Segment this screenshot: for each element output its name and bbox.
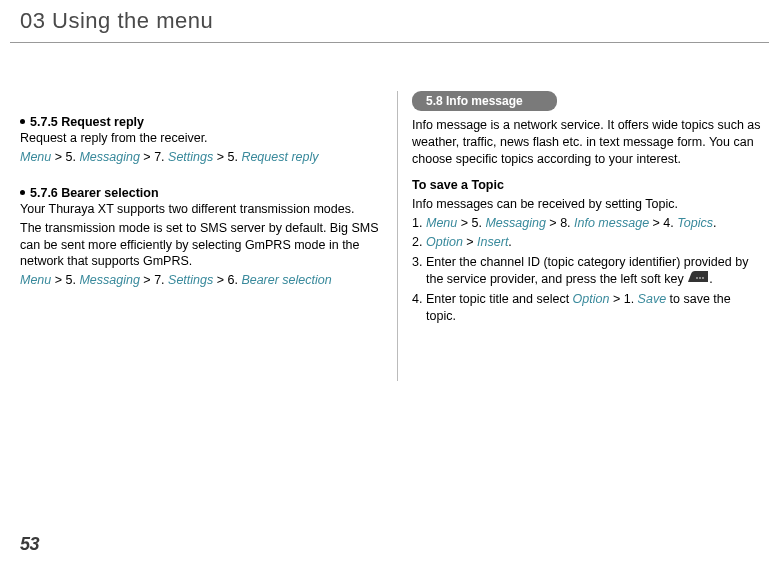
topic-heading-save: To save a Topic (412, 178, 764, 192)
step-number: 1. (412, 215, 422, 232)
bullet-icon (20, 119, 25, 124)
path-messaging: Messaging (79, 273, 139, 287)
path-request-reply: Request reply (241, 150, 318, 164)
body-text: Your Thuraya XT supports two different t… (20, 201, 385, 218)
path-messaging: Messaging (79, 150, 139, 164)
svg-point-2 (702, 278, 704, 280)
path-insert: Insert (477, 235, 508, 249)
path-sep: > 7. (140, 150, 168, 164)
path-sep: > 5. (457, 216, 485, 230)
step-text: Enter topic title and select (426, 292, 573, 306)
path-sep: > 5. (51, 150, 79, 164)
step-number: 2. (412, 234, 422, 251)
step-tail: . (713, 216, 716, 230)
path-save: Save (638, 292, 667, 306)
subheading-bearer-selection: 5.7.6 Bearer selection (20, 186, 385, 200)
subheading-text: 5.7.6 Bearer selection (30, 186, 159, 200)
path-sep: > 8. (546, 216, 574, 230)
path-sep: > 1. (609, 292, 637, 306)
subheading-request-reply: 5.7.5 Request reply (20, 115, 385, 129)
left-soft-key-icon (688, 270, 708, 287)
step-tail: . (709, 272, 712, 286)
right-column: 5.8 Info message Info message is a netwo… (412, 91, 764, 328)
svg-point-1 (699, 278, 701, 280)
step-1: 1. Menu > 5. Messaging > 8. Info message… (412, 215, 764, 232)
bullet-icon (20, 190, 25, 195)
breadcrumb-path: Menu > 5. Messaging > 7. Settings > 6. B… (20, 272, 385, 289)
step-number: 4. (412, 291, 422, 308)
path-settings: Settings (168, 273, 213, 287)
subheading-text: 5.7.5 Request reply (30, 115, 144, 129)
section-pill-label: 5.8 Info message (412, 91, 557, 111)
path-sep: > 5. (51, 273, 79, 287)
step-3: 3. Enter the channel ID (topic category … (412, 254, 764, 288)
path-menu: Menu (426, 216, 457, 230)
path-option: Option (573, 292, 610, 306)
breadcrumb-path: Menu > 5. Messaging > 7. Settings > 5. R… (20, 149, 385, 166)
step-number: 3. (412, 254, 422, 271)
section-pill-5-8: 5.8 Info message (412, 91, 764, 117)
body-text: The transmission mode is set to SMS serv… (20, 220, 385, 271)
path-messaging: Messaging (485, 216, 545, 230)
path-sep: > 7. (140, 273, 168, 287)
steps-list: 1. Menu > 5. Messaging > 8. Info message… (412, 215, 764, 326)
step-2: 2. Option > Insert. (412, 234, 764, 251)
intro-text: Info message is a network service. It of… (412, 117, 764, 168)
page-number: 53 (20, 534, 39, 555)
path-bearer-selection: Bearer selection (241, 273, 331, 287)
path-info-message: Info message (574, 216, 649, 230)
path-settings: Settings (168, 150, 213, 164)
chapter-title: 03 Using the menu (0, 0, 779, 40)
path-option: Option (426, 235, 463, 249)
path-menu: Menu (20, 273, 51, 287)
section-5-7-5: 5.7.5 Request reply Request a reply from… (20, 115, 385, 166)
path-sep: > 5. (213, 150, 241, 164)
path-sep: > (463, 235, 477, 249)
step-tail: . (508, 235, 511, 249)
body-text: Request a reply from the receiver. (20, 130, 385, 147)
step-4: 4. Enter topic title and select Option >… (412, 291, 764, 325)
left-column: 5.7.5 Request reply Request a reply from… (20, 115, 385, 309)
path-sep: > 4. (649, 216, 677, 230)
svg-point-0 (696, 278, 698, 280)
path-topics: Topics (677, 216, 713, 230)
section-5-7-6: 5.7.6 Bearer selection Your Thuraya XT s… (20, 186, 385, 289)
path-menu: Menu (20, 150, 51, 164)
column-separator (397, 91, 398, 381)
path-sep: > 6. (213, 273, 241, 287)
save-intro-text: Info messages can be received by setting… (412, 196, 764, 213)
page-content: 5.7.5 Request reply Request a reply from… (0, 43, 779, 91)
